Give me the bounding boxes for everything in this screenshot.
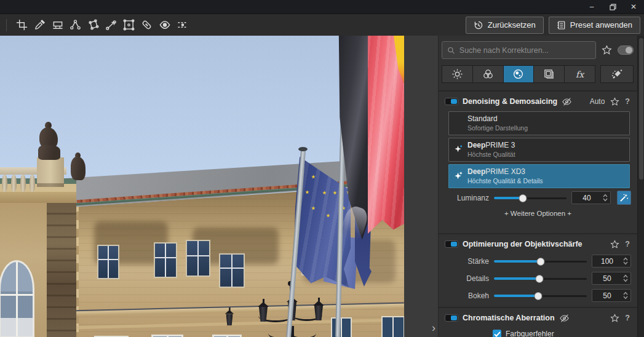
restore-button[interactable] xyxy=(602,0,623,14)
favorite-star-icon[interactable] xyxy=(610,314,619,323)
baluster xyxy=(2,175,7,192)
favorite-star-icon[interactable] xyxy=(610,97,619,106)
sparkle-icon xyxy=(454,145,463,156)
chromatic-aberration-title: Chromatische Aberration xyxy=(463,314,555,322)
tab-local-adjustments[interactable] xyxy=(600,65,634,83)
statue xyxy=(38,145,60,160)
option-deepprime-xd3[interactable]: DeepPRIME XD3 Höchste Qualität & Details xyxy=(448,164,630,188)
option-subtitle: Höchste Qualität xyxy=(467,151,624,158)
auto-mask-icon[interactable] xyxy=(173,17,191,34)
lens-detail-icon xyxy=(512,68,524,80)
bokeh-value[interactable]: 50 xyxy=(592,289,631,302)
lens-sharpness-header: Optimierung der Objektivschärfe ? xyxy=(445,237,631,252)
perspective-grid-icon[interactable] xyxy=(120,17,138,34)
active-corrections-toggle[interactable] xyxy=(618,46,634,55)
panel-collapse-chevron-icon[interactable]: › xyxy=(432,322,435,333)
luminance-label: Luminanz xyxy=(445,194,489,202)
lower-window xyxy=(381,316,404,337)
option-standard[interactable]: Standard Sofortige Darstellung xyxy=(448,111,630,135)
help-button[interactable]: ? xyxy=(624,97,631,106)
value-spinner[interactable] xyxy=(622,274,630,282)
lens-sharpness-section: Optimierung der Objektivschärfe ? Stärke xyxy=(439,233,637,307)
staerke-slider[interactable] xyxy=(494,257,587,266)
bokeh-slider[interactable] xyxy=(494,291,587,300)
spinner-up-icon xyxy=(623,274,628,278)
slider-thumb[interactable] xyxy=(535,292,543,300)
lens-sharpness-title: Optimierung der Objektivschärfe xyxy=(463,240,582,248)
corrections-panel: fx Denoising & Dem xyxy=(438,36,637,337)
slider-thumb[interactable] xyxy=(536,258,544,266)
help-button[interactable]: ? xyxy=(624,314,631,322)
tab-effects[interactable]: fx xyxy=(565,66,595,82)
check-icon xyxy=(494,331,501,337)
staerke-label: Stärke xyxy=(445,257,489,266)
search-box[interactable] xyxy=(442,41,596,59)
value-spinner[interactable] xyxy=(622,257,630,265)
more-options-link[interactable]: + Weitere Optionen + xyxy=(445,205,631,220)
horizon-icon[interactable] xyxy=(49,17,66,34)
spinner-down-icon xyxy=(623,279,628,282)
control-polygon-icon[interactable] xyxy=(84,17,102,34)
details-value[interactable]: 50 xyxy=(592,272,631,285)
preview-eye-slash-icon[interactable] xyxy=(559,314,570,323)
eu-star xyxy=(326,213,330,218)
details-row: Details 50 xyxy=(445,271,631,286)
upper-window xyxy=(219,253,245,288)
scrollbar-thumb[interactable] xyxy=(639,38,643,180)
favorite-star-icon[interactable] xyxy=(610,240,619,249)
luminance-slider[interactable] xyxy=(494,194,566,202)
tab-light[interactable] xyxy=(442,66,473,82)
staerke-value[interactable]: 100 xyxy=(592,255,631,268)
photolab-window: – ✕ xyxy=(0,0,644,337)
apply-preset-button-label: Preset anwenden xyxy=(570,20,632,30)
brush-icon xyxy=(611,68,623,81)
apply-preset-button[interactable]: Preset anwenden xyxy=(549,17,640,34)
history-icon xyxy=(474,20,483,30)
chromatic-aberration-section: Chromatische Aberration ? xyxy=(439,307,637,337)
control-line-icon[interactable] xyxy=(102,17,120,34)
lower-window xyxy=(331,317,352,337)
tab-details[interactable] xyxy=(504,66,535,82)
value-spinner[interactable] xyxy=(602,194,610,202)
reset-button-label: Zurücksetzen xyxy=(488,20,536,30)
luminance-value[interactable]: 40 xyxy=(571,191,611,204)
slider-thumb[interactable] xyxy=(519,194,527,202)
details-slider[interactable] xyxy=(494,274,587,283)
tab-color[interactable] xyxy=(473,66,504,82)
option-deepprime3[interactable]: DeepPRIME 3 Höchste Qualität xyxy=(448,138,630,162)
option-title: DeepPRIME XD3 xyxy=(467,167,624,176)
help-button[interactable]: ? xyxy=(624,240,631,248)
value-spinner[interactable] xyxy=(622,291,630,299)
spinner-down-icon xyxy=(623,296,628,299)
toolbar-divider xyxy=(6,19,7,31)
repair-icon[interactable] xyxy=(138,17,156,34)
minimize-button[interactable]: – xyxy=(581,0,602,14)
panel-scrollbar[interactable] xyxy=(637,36,644,337)
denoising-toggle[interactable] xyxy=(445,98,458,105)
chromatic-aberration-toggle[interactable] xyxy=(445,314,458,322)
spinner-down-icon xyxy=(603,198,608,202)
auto-label[interactable]: Auto xyxy=(590,97,605,106)
photo-canvas[interactable] xyxy=(0,36,404,337)
preview-eye-slash-icon[interactable] xyxy=(562,97,572,106)
auto-wand-button[interactable] xyxy=(617,191,631,205)
close-button[interactable]: ✕ xyxy=(623,0,644,14)
search-input[interactable] xyxy=(459,46,590,55)
control-point-icon[interactable] xyxy=(66,17,84,34)
statue-pedestal xyxy=(37,157,64,187)
pipette-icon[interactable] xyxy=(31,17,49,34)
farbquerfehler-checkbox[interactable] xyxy=(493,330,501,337)
search-row xyxy=(439,36,637,64)
favorites-star-icon[interactable] xyxy=(602,45,612,55)
slider-thumb[interactable] xyxy=(535,275,543,283)
crop-icon[interactable] xyxy=(13,17,31,34)
flagpole-cap xyxy=(298,147,308,151)
tab-geometry[interactable] xyxy=(534,66,565,82)
show-mask-icon[interactable] xyxy=(156,17,173,34)
option-title: DeepPRIME 3 xyxy=(467,141,624,149)
eu-star xyxy=(333,191,337,195)
bokeh-row: Bokeh 50 xyxy=(445,288,631,303)
staerke-row: Stärke 100 xyxy=(445,253,631,269)
reset-button[interactable]: Zurücksetzen xyxy=(466,17,544,34)
lens-sharpness-toggle[interactable] xyxy=(445,240,458,248)
